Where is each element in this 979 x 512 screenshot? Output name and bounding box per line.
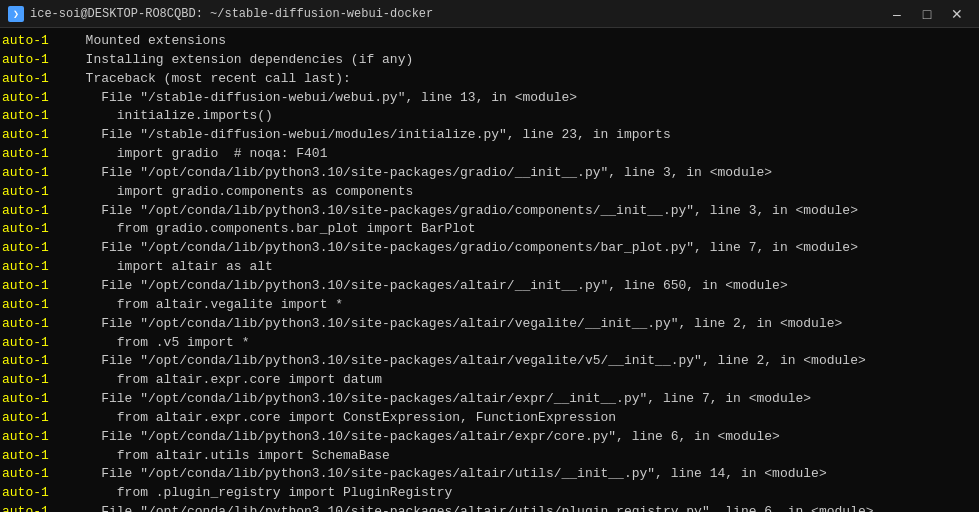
terminal-output: auto-1 Mounted extensionsauto-1 Installi… — [0, 28, 979, 512]
terminal-line: auto-1 File "/opt/conda/lib/python3.10/s… — [0, 352, 979, 371]
line-content: File "/stable-diffusion-webui/modules/in… — [70, 126, 977, 145]
line-prefix: auto-1 — [2, 70, 70, 89]
line-content: Traceback (most recent call last): — [70, 70, 977, 89]
terminal-line: auto-1 initialize.imports() — [0, 107, 979, 126]
terminal-line: auto-1 File "/opt/conda/lib/python3.10/s… — [0, 390, 979, 409]
line-content: from gradio.components.bar_plot import B… — [70, 220, 977, 239]
line-prefix: auto-1 — [2, 258, 70, 277]
terminal-line: auto-1 from .plugin_registry import Plug… — [0, 484, 979, 503]
terminal-line: auto-1 File "/opt/conda/lib/python3.10/s… — [0, 465, 979, 484]
line-prefix: auto-1 — [2, 107, 70, 126]
close-button[interactable]: ✕ — [943, 4, 971, 24]
line-content: File "/opt/conda/lib/python3.10/site-pac… — [70, 503, 977, 512]
line-prefix: auto-1 — [2, 315, 70, 334]
line-prefix: auto-1 — [2, 183, 70, 202]
terminal-line: auto-1 from .v5 import * — [0, 334, 979, 353]
line-content: from altair.utils import SchemaBase — [70, 447, 977, 466]
terminal-line: auto-1 File "/opt/conda/lib/python3.10/s… — [0, 428, 979, 447]
line-content: from altair.expr.core import datum — [70, 371, 977, 390]
terminal-line: auto-1 from altair.utils import SchemaBa… — [0, 447, 979, 466]
terminal-line: auto-1 File "/opt/conda/lib/python3.10/s… — [0, 315, 979, 334]
terminal-line: auto-1 import gradio # noqa: F401 — [0, 145, 979, 164]
terminal-line: auto-1 from gradio.components.bar_plot i… — [0, 220, 979, 239]
line-prefix: auto-1 — [2, 164, 70, 183]
line-prefix: auto-1 — [2, 334, 70, 353]
terminal-line: auto-1 from altair.expr.core import Cons… — [0, 409, 979, 428]
terminal-line: auto-1 File "/opt/conda/lib/python3.10/s… — [0, 239, 979, 258]
line-content: File "/opt/conda/lib/python3.10/site-pac… — [70, 164, 977, 183]
terminal-line: auto-1 File "/opt/conda/lib/python3.10/s… — [0, 503, 979, 512]
title-bar: ❯ ice-soi@DESKTOP-RO8CQBD: ~/stable-diff… — [0, 0, 979, 28]
line-prefix: auto-1 — [2, 484, 70, 503]
line-prefix: auto-1 — [2, 51, 70, 70]
terminal-line: auto-1 File "/stable-diffusion-webui/web… — [0, 89, 979, 108]
line-content: initialize.imports() — [70, 107, 977, 126]
maximize-button[interactable]: □ — [913, 4, 941, 24]
line-content: from altair.vegalite import * — [70, 296, 977, 315]
line-prefix: auto-1 — [2, 89, 70, 108]
line-content: from altair.expr.core import ConstExpres… — [70, 409, 977, 428]
line-prefix: auto-1 — [2, 465, 70, 484]
window-controls: – □ ✕ — [883, 4, 971, 24]
terminal-icon: ❯ — [8, 6, 24, 22]
terminal-line: auto-1 import altair as alt — [0, 258, 979, 277]
line-content: File "/stable-diffusion-webui/webui.py",… — [70, 89, 977, 108]
terminal-line: auto-1 Traceback (most recent call last)… — [0, 70, 979, 89]
terminal-line: auto-1 File "/opt/conda/lib/python3.10/s… — [0, 202, 979, 221]
line-prefix: auto-1 — [2, 503, 70, 512]
terminal-line: auto-1 Mounted extensions — [0, 32, 979, 51]
line-prefix: auto-1 — [2, 32, 70, 51]
window: ❯ ice-soi@DESKTOP-RO8CQBD: ~/stable-diff… — [0, 0, 979, 512]
line-prefix: auto-1 — [2, 447, 70, 466]
line-content: File "/opt/conda/lib/python3.10/site-pac… — [70, 315, 977, 334]
line-content: File "/opt/conda/lib/python3.10/site-pac… — [70, 390, 977, 409]
line-content: File "/opt/conda/lib/python3.10/site-pac… — [70, 277, 977, 296]
terminal-line: auto-1 Installing extension dependencies… — [0, 51, 979, 70]
terminal-line: auto-1 File "/opt/conda/lib/python3.10/s… — [0, 164, 979, 183]
line-content: import altair as alt — [70, 258, 977, 277]
line-prefix: auto-1 — [2, 390, 70, 409]
line-content: import gradio # noqa: F401 — [70, 145, 977, 164]
line-prefix: auto-1 — [2, 145, 70, 164]
line-content: from .plugin_registry import PluginRegis… — [70, 484, 977, 503]
line-content: from .v5 import * — [70, 334, 977, 353]
minimize-button[interactable]: – — [883, 4, 911, 24]
line-content: File "/opt/conda/lib/python3.10/site-pac… — [70, 239, 977, 258]
line-prefix: auto-1 — [2, 296, 70, 315]
line-prefix: auto-1 — [2, 428, 70, 447]
line-prefix: auto-1 — [2, 371, 70, 390]
line-content: File "/opt/conda/lib/python3.10/site-pac… — [70, 465, 977, 484]
window-title: ice-soi@DESKTOP-RO8CQBD: ~/stable-diffus… — [30, 7, 433, 21]
line-prefix: auto-1 — [2, 239, 70, 258]
line-prefix: auto-1 — [2, 126, 70, 145]
line-content: Mounted extensions — [70, 32, 977, 51]
title-bar-left: ❯ ice-soi@DESKTOP-RO8CQBD: ~/stable-diff… — [8, 6, 433, 22]
line-content: File "/opt/conda/lib/python3.10/site-pac… — [70, 352, 977, 371]
terminal-line: auto-1 import gradio.components as compo… — [0, 183, 979, 202]
line-prefix: auto-1 — [2, 352, 70, 371]
terminal-line: auto-1 File "/opt/conda/lib/python3.10/s… — [0, 277, 979, 296]
line-content: import gradio.components as components — [70, 183, 977, 202]
line-prefix: auto-1 — [2, 409, 70, 428]
line-prefix: auto-1 — [2, 277, 70, 296]
line-content: File "/opt/conda/lib/python3.10/site-pac… — [70, 202, 977, 221]
line-prefix: auto-1 — [2, 220, 70, 239]
line-content: File "/opt/conda/lib/python3.10/site-pac… — [70, 428, 977, 447]
terminal-line: auto-1 from altair.expr.core import datu… — [0, 371, 979, 390]
terminal-line: auto-1 from altair.vegalite import * — [0, 296, 979, 315]
line-content: Installing extension dependencies (if an… — [70, 51, 977, 70]
terminal-line: auto-1 File "/stable-diffusion-webui/mod… — [0, 126, 979, 145]
line-prefix: auto-1 — [2, 202, 70, 221]
